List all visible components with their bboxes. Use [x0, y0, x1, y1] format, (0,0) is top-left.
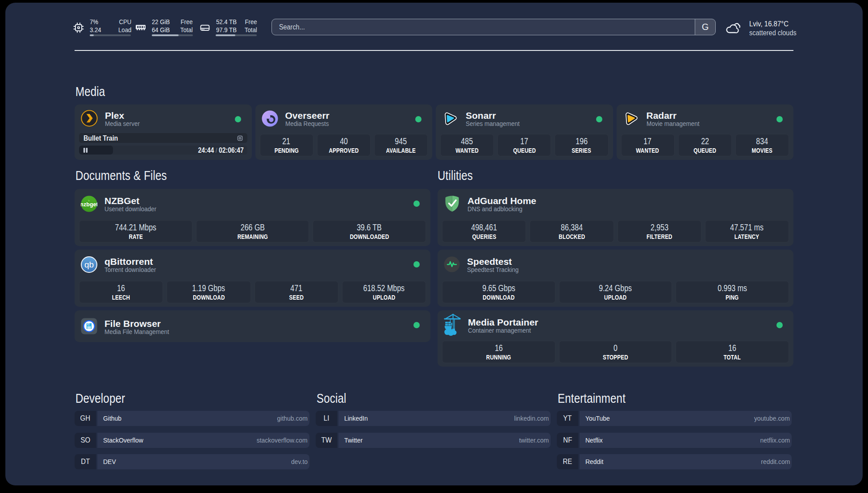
svg-text:qb: qb	[84, 260, 94, 269]
svg-text:nzbget: nzbget	[81, 201, 97, 207]
